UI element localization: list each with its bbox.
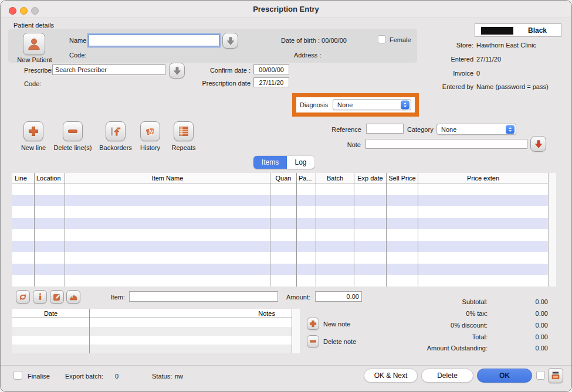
patient-name-search-button[interactable] (222, 33, 238, 49)
stock-transfer-button[interactable] (66, 290, 80, 304)
items-table-row[interactable] (12, 229, 548, 241)
notes-table-row[interactable] (12, 336, 292, 345)
items-table-row[interactable] (12, 275, 548, 287)
item-info-button[interactable] (33, 290, 47, 304)
items-table-row[interactable] (12, 241, 548, 253)
column-header[interactable]: Line (12, 173, 35, 183)
backorders-button[interactable] (106, 121, 126, 141)
items-table-cell (354, 195, 387, 207)
column-header[interactable]: Exp date (354, 173, 387, 183)
patient-name-input[interactable] (89, 35, 219, 46)
items-table-row[interactable] (12, 195, 548, 207)
column-header[interactable]: Notes (90, 309, 292, 318)
notes-table-scrollbar[interactable] (292, 309, 300, 353)
patient-name-label: Name (69, 37, 86, 44)
items-table-header: Line Location Item Name Quan Pa... Batch… (12, 173, 548, 183)
items-table-scrollbar[interactable] (548, 173, 556, 287)
items-table-row[interactable] (12, 264, 548, 275)
column-header[interactable]: Pa... (297, 173, 316, 183)
total-label: Total: (370, 333, 488, 342)
total-value: 0.00 (501, 333, 548, 342)
tab-log[interactable]: Log (287, 156, 314, 169)
new-note-button[interactable] (307, 318, 319, 330)
column-header[interactable]: Sell Price (387, 173, 418, 183)
delete-lines-button[interactable] (63, 121, 83, 141)
refresh-lines-button[interactable] (16, 290, 30, 304)
prescriber-search-button[interactable] (169, 63, 185, 79)
column-header[interactable]: Quan (270, 173, 297, 183)
backorder-icon (109, 125, 122, 138)
item-label: Item: (89, 294, 125, 301)
amount-input[interactable] (315, 291, 362, 302)
items-table-cell (65, 183, 270, 195)
notes-table-row[interactable] (12, 318, 292, 327)
entered-by-value: Name (password = pass) (476, 83, 549, 90)
finalise-checkbox[interactable] (13, 371, 22, 380)
printer-icon (550, 370, 561, 381)
items-table-cell (354, 275, 387, 287)
column-header[interactable]: Price exten (418, 173, 548, 183)
print-button[interactable] (548, 368, 563, 383)
diagnosis-value: None (337, 101, 353, 108)
new-line-button[interactable] (23, 121, 43, 141)
column-header[interactable]: Date (12, 309, 90, 318)
items-table-cell (65, 195, 270, 207)
new-patient-label: New Patient (11, 56, 58, 63)
items-table-cell (297, 275, 316, 287)
items-table-cell (35, 241, 65, 253)
down-arrow-icon (225, 36, 236, 46)
items-table-cell (270, 241, 297, 253)
note-input[interactable] (365, 139, 527, 149)
item-input[interactable] (129, 291, 278, 302)
diagnosis-label: Diagnosis (300, 101, 328, 108)
items-table-cell (297, 252, 316, 264)
items-table-row[interactable] (12, 218, 548, 230)
items-table-cell (387, 241, 418, 253)
items-table-cell (270, 183, 297, 195)
tab-items[interactable]: Items (253, 156, 287, 169)
ok-button[interactable]: OK (477, 369, 532, 383)
items-table-row[interactable] (12, 183, 548, 195)
notes-table-row[interactable] (12, 327, 292, 336)
confirm-date-input[interactable] (253, 64, 289, 74)
amount-label: Amount: (270, 294, 310, 301)
prescription-date-input[interactable] (253, 77, 289, 87)
repeats-button[interactable] (174, 121, 194, 141)
diagnosis-field-area: Diagnosis None (296, 97, 415, 113)
column-header[interactable]: Item Name (65, 173, 270, 183)
items-table-cell (35, 206, 65, 218)
note-expand-button[interactable] (530, 136, 546, 152)
new-patient-button[interactable] (23, 33, 45, 55)
items-table-row[interactable] (12, 252, 548, 264)
print-checkbox[interactable] (536, 371, 545, 380)
notes-table-row[interactable] (12, 345, 292, 353)
items-table-cell (12, 264, 35, 275)
edit-line-button[interactable] (50, 290, 64, 304)
history-button[interactable] (140, 121, 160, 141)
diagnosis-popup[interactable]: None (333, 99, 411, 110)
column-header[interactable]: Location (35, 173, 65, 183)
invoice-value: 0 (476, 70, 480, 77)
delete-button[interactable]: Delete (421, 369, 473, 383)
items-table-cell (387, 218, 418, 230)
color-selector[interactable]: Black (475, 23, 561, 37)
down-arrow-icon (172, 66, 182, 76)
popup-stepper-icon (506, 125, 515, 134)
items-table-row[interactable] (12, 206, 548, 218)
items-table-cell (297, 229, 316, 241)
column-header[interactable]: Batch (316, 173, 354, 183)
items-table-cell (297, 195, 316, 207)
prescriber-input[interactable] (52, 64, 165, 75)
amount-outstanding-value: 0.00 (501, 345, 548, 353)
items-table-cell (12, 183, 35, 195)
color-swatch (481, 27, 513, 35)
store-label: Store: (382, 42, 473, 49)
delete-note-button[interactable] (307, 335, 319, 347)
tab-log-label: Log (295, 158, 306, 166)
prescription-date-label: Prescription date (182, 80, 251, 87)
category-popup[interactable]: None (436, 124, 516, 135)
items-table-cell (418, 229, 548, 241)
items-table-cell (387, 206, 418, 218)
ok-next-button[interactable]: OK & Next (364, 369, 418, 383)
reference-input[interactable] (366, 124, 404, 134)
